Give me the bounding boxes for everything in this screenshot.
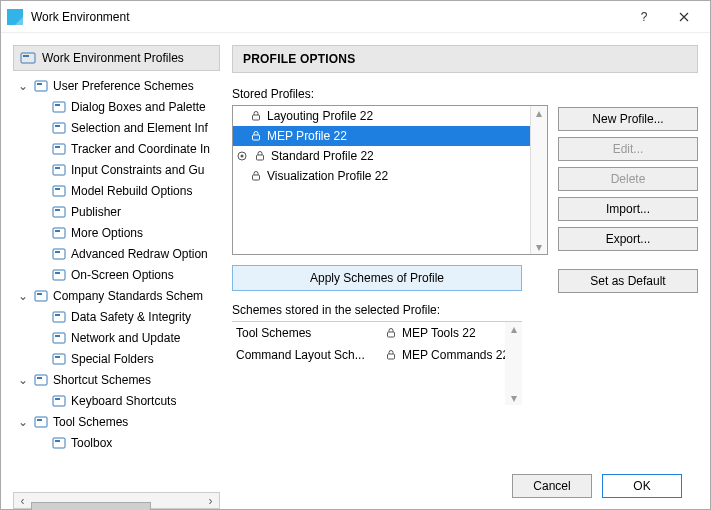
window-title: Work Environment (31, 10, 624, 24)
tree-item[interactable]: Input Constraints and Gu (13, 159, 220, 180)
svg-rect-26 (53, 333, 65, 343)
profile-item[interactable]: MEP Profile 22 (233, 126, 547, 146)
tree-item-label: Tracker and Coordinate In (71, 142, 210, 156)
stored-profiles-row: Stored Profiles: Layouting Profile 22MEP… (232, 83, 698, 405)
svg-rect-34 (35, 417, 47, 427)
export-profile-button[interactable]: Export... (558, 227, 698, 251)
tree-item[interactable]: Toolbox (13, 432, 220, 453)
svg-rect-9 (55, 146, 60, 148)
tree-item-label: Input Constraints and Gu (71, 163, 204, 177)
tree-item-label: Publisher (71, 205, 121, 219)
tree-item[interactable]: Advanced Redraw Option (13, 243, 220, 264)
nav-tree[interactable]: ⌄User Preference SchemesDialog Boxes and… (13, 71, 220, 492)
tree-item-label: Dialog Boxes and Palette (71, 100, 206, 114)
tree-item[interactable]: Keyboard Shortcuts (13, 390, 220, 411)
tree-item[interactable]: Data Safety & Integrity (13, 306, 220, 327)
tree-group[interactable]: ⌄Tool Schemes (13, 411, 220, 432)
tree-item[interactable]: Special Folders (13, 348, 220, 369)
tree-item[interactable]: Publisher (13, 201, 220, 222)
list-scrollbar[interactable]: ▴▾ (530, 106, 547, 254)
tree-item[interactable]: Model Rebuild Options (13, 180, 220, 201)
scroll-right-icon[interactable]: › (202, 494, 219, 508)
profile-item[interactable]: Standard Profile 22 (233, 146, 547, 166)
schemes-scrollbar[interactable]: ▴▾ (505, 322, 522, 405)
scroll-up-icon[interactable]: ▴ (511, 322, 517, 336)
scroll-down-icon[interactable]: ▾ (511, 391, 517, 405)
tree-item[interactable]: Tracker and Coordinate In (13, 138, 220, 159)
profile-name: Standard Profile 22 (271, 149, 374, 163)
svg-rect-0 (21, 53, 35, 63)
dialog-footer: Cancel OK (232, 463, 698, 509)
apply-schemes-button[interactable]: Apply Schemes of Profile (232, 265, 522, 291)
tree-header-label: Work Environment Profiles (42, 51, 184, 65)
svg-point-41 (241, 155, 244, 158)
tree-item[interactable]: Dialog Boxes and Palette (13, 96, 220, 117)
item-icon (51, 99, 67, 115)
svg-rect-8 (53, 144, 65, 154)
item-icon (51, 246, 67, 262)
lock-icon (386, 328, 396, 338)
scroll-down-icon[interactable]: ▾ (536, 240, 542, 254)
svg-rect-2 (35, 81, 47, 91)
svg-rect-38 (253, 115, 260, 120)
lock-icon (386, 350, 396, 360)
tree-item[interactable]: More Options (13, 222, 220, 243)
tree-group[interactable]: ⌄Company Standards Schem (13, 285, 220, 306)
stored-profiles-list[interactable]: Layouting Profile 22MEP Profile 22Standa… (232, 105, 548, 255)
stored-profiles-column: Stored Profiles: Layouting Profile 22MEP… (232, 83, 548, 405)
item-icon (51, 309, 67, 325)
svg-rect-18 (53, 249, 65, 259)
svg-rect-35 (37, 419, 42, 421)
stored-profiles-label: Stored Profiles: (232, 87, 548, 101)
import-profile-button[interactable]: Import... (558, 197, 698, 221)
svg-rect-31 (37, 377, 42, 379)
help-button[interactable]: ? (624, 2, 664, 32)
tree-group[interactable]: ⌄Shortcut Schemes (13, 369, 220, 390)
set-default-button[interactable]: Set as Default (558, 269, 698, 293)
tree-item[interactable]: Selection and Element Inf (13, 117, 220, 138)
tree-item-label: More Options (71, 226, 143, 240)
dialog-body: Work Environment Profiles ⌄User Preferen… (1, 33, 710, 509)
item-icon (51, 393, 67, 409)
lock-icon (251, 171, 261, 181)
edit-profile-button: Edit... (558, 137, 698, 161)
svg-rect-6 (53, 123, 65, 133)
tree-item[interactable]: On-Screen Options (13, 264, 220, 285)
profile-item[interactable]: Layouting Profile 22 (233, 106, 547, 126)
tree-group[interactable]: ⌄User Preference Schemes (13, 75, 220, 96)
title-bar: Work Environment ? (1, 1, 710, 33)
folder-icon (33, 414, 49, 430)
svg-rect-27 (55, 335, 60, 337)
close-button[interactable] (664, 2, 704, 32)
tree-item-label: Advanced Redraw Option (71, 247, 208, 261)
profile-name: Visualization Profile 22 (267, 169, 388, 183)
new-profile-button[interactable]: New Profile... (558, 107, 698, 131)
scheme-row[interactable]: Tool SchemesMEP Tools 22 (232, 322, 522, 344)
tree-header[interactable]: Work Environment Profiles (13, 45, 220, 71)
svg-rect-14 (53, 207, 65, 217)
ok-button[interactable]: OK (602, 474, 682, 498)
svg-rect-37 (55, 440, 60, 442)
profile-item[interactable]: Visualization Profile 22 (233, 166, 547, 186)
tree-item[interactable]: Network and Update (13, 327, 220, 348)
svg-rect-5 (55, 104, 60, 106)
cancel-button[interactable]: Cancel (512, 474, 592, 498)
item-icon (51, 141, 67, 157)
svg-rect-33 (55, 398, 60, 400)
svg-rect-30 (35, 375, 47, 385)
right-panel: PROFILE OPTIONS Stored Profiles: Layouti… (232, 45, 698, 509)
scroll-thumb[interactable] (31, 502, 151, 511)
svg-rect-25 (55, 314, 60, 316)
item-icon (51, 120, 67, 136)
chevron-down-icon: ⌄ (17, 415, 29, 429)
svg-rect-39 (253, 135, 260, 140)
scheme-row[interactable]: Command Layout Sch...MEP Commands 22 (232, 344, 522, 366)
tree-item-label: Data Safety & Integrity (71, 310, 191, 324)
scroll-up-icon[interactable]: ▴ (536, 106, 542, 120)
scroll-left-icon[interactable]: ‹ (14, 494, 31, 508)
tree-item-label: On-Screen Options (71, 268, 174, 282)
apply-schemes-label: Apply Schemes of Profile (310, 271, 444, 285)
schemes-table[interactable]: Tool SchemesMEP Tools 22Command Layout S… (232, 321, 522, 405)
horizontal-scrollbar[interactable]: ‹ › (13, 492, 220, 509)
scheme-kind: Command Layout Sch... (232, 348, 382, 362)
